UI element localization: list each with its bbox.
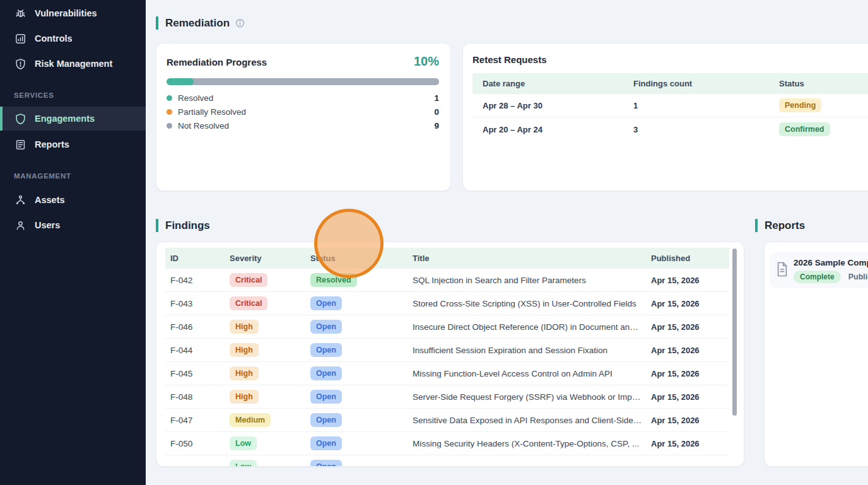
sidebar-item-engagements[interactable]: Engagements [0, 107, 146, 131]
published-cell: Apr 15, 2026 [651, 299, 700, 308]
status-badge: Open [310, 436, 342, 450]
network-icon [14, 194, 26, 206]
reports-card: 2026 Sample Compan Complete Public P [764, 242, 868, 467]
progress-fill [167, 78, 194, 85]
info-icon[interactable] [235, 18, 245, 28]
column-header-title: Title [413, 248, 430, 269]
table-row[interactable]: F-050 Low Open Missing Security Headers … [165, 432, 729, 455]
report-status-badge: Complete [794, 271, 841, 283]
sidebar-item-vulnerabilities[interactable]: Vulnerabilities [0, 1, 146, 26]
report-list-item[interactable]: 2026 Sample Compan Complete Public P [770, 252, 868, 288]
retest-table-header: Date range Findings count Status [472, 73, 868, 94]
remediation-progress-card: Remediation Progress 10% Resolved 1 Part… [156, 43, 451, 191]
severity-badge: Low [230, 436, 257, 450]
sidebar-item-users[interactable]: Users [0, 213, 146, 238]
legend-resolved: Resolved 1 [167, 91, 439, 105]
status-badge: Open [310, 390, 342, 404]
table-row[interactable]: F-045 High Open Missing Function-Level A… [165, 362, 729, 385]
severity-badge: Low [230, 460, 257, 467]
bar-chart-icon [14, 32, 26, 45]
file-icon [775, 261, 789, 278]
column-header-findings-count: Findings count [633, 73, 692, 94]
table-row[interactable]: F-046 High Open Insecure Direct Object R… [165, 315, 729, 339]
sidebar-section-services: SERVICES [14, 91, 54, 99]
bug-icon [14, 7, 26, 20]
status-badge: Open [310, 320, 342, 334]
published-cell: Apr 15, 2026 [651, 439, 700, 448]
user-icon [14, 219, 26, 231]
title-cell: Insecure Direct Object Reference (IDOR) … [413, 322, 643, 332]
published-cell: Apr 15, 2026 [651, 346, 700, 355]
id-cell: F-047 [170, 416, 192, 425]
sidebar-item-controls[interactable]: Controls [0, 26, 146, 51]
published-cell: Apr 15, 2026 [651, 276, 700, 285]
id-cell: F-048 [170, 392, 192, 402]
id-cell: F-042 [170, 276, 192, 285]
severity-badge: High [230, 343, 259, 357]
section-title: Reports [765, 219, 805, 232]
sidebar-item-risk-management[interactable]: Risk Management [0, 51, 146, 76]
retest-requests-card: Retest Requests Date range Findings coun… [462, 43, 868, 191]
sidebar-item-label: Vulnerabilities [35, 8, 97, 18]
sidebar-item-label: Reports [35, 139, 69, 149]
findings-table-header: ID Severity Status Title Published [165, 248, 729, 269]
reports-heading: Reports [755, 219, 805, 232]
shield-icon [14, 112, 26, 125]
id-cell: F-045 [170, 369, 192, 378]
table-row[interactable]: F-048 High Open Server-Side Request Forg… [165, 385, 729, 409]
sidebar-item-reports[interactable]: Reports [0, 132, 146, 157]
status-badge: Pending [779, 98, 821, 112]
click-highlight-circle [314, 209, 384, 278]
id-cell: F-043 [170, 299, 192, 308]
table-row[interactable]: F-047 Medium Open Sensitive Data Exposed… [165, 409, 729, 432]
status-badge: Open [310, 366, 342, 380]
heading-accent-bar [156, 219, 158, 232]
heading-accent-bar [156, 16, 158, 30]
card-title: Retest Requests [472, 54, 547, 65]
page-title: Remediation [165, 17, 230, 30]
published-cell: Apr 15, 2026 [651, 416, 700, 425]
sidebar-item-label: Engagements [35, 114, 95, 124]
column-header-published: Published [651, 248, 690, 269]
sidebar-item-label: Risk Management [35, 59, 112, 69]
legend-dot-resolved [167, 95, 172, 101]
id-cell: F-046 [170, 322, 192, 332]
shield-alert-icon [14, 57, 26, 70]
legend-partially-resolved: Partially Resolved 0 [167, 105, 439, 119]
id-cell: F-050 [170, 439, 192, 448]
sidebar-item-assets[interactable]: Assets [0, 187, 146, 213]
table-row[interactable]: Apr 20 – Apr 24 3 Confirmed [472, 117, 868, 140]
findings-card: ID Severity Status Title Published F-042… [156, 242, 744, 467]
vertical-scrollbar-thumb[interactable] [732, 248, 737, 416]
title-cell: Missing Function-Level Access Control on… [413, 369, 613, 378]
title-cell: Insufficient Session Expiration and Sess… [413, 346, 607, 355]
status-badge: Open [310, 343, 342, 357]
report-visibility-label: Public [848, 272, 868, 281]
date-range-cell: Apr 20 – Apr 24 [483, 125, 542, 134]
table-row[interactable]: Low Open [165, 455, 729, 467]
title-cell: Sensitive Data Exposed in API Responses … [413, 416, 643, 425]
severity-badge: Critical [230, 273, 267, 287]
remediation-heading: Remediation [156, 16, 245, 30]
findings-heading: Findings [156, 219, 210, 232]
severity-badge: Medium [230, 413, 271, 427]
progress-percent: 10% [414, 54, 439, 69]
column-header-date-range: Date range [483, 73, 525, 94]
table-row[interactable]: F-044 High Open Insufficient Session Exp… [165, 339, 729, 362]
column-header-status: Status [779, 73, 804, 94]
published-cell: Apr 15, 2026 [651, 392, 700, 402]
table-row[interactable]: Apr 28 – Apr 30 1 Pending [472, 94, 868, 117]
published-cell: Apr 15, 2026 [651, 322, 700, 332]
severity-badge: High [230, 390, 259, 404]
column-header-id: ID [170, 248, 179, 269]
findings-count-cell: 3 [633, 125, 638, 134]
status-badge: Open [310, 296, 342, 310]
title-cell: SQL Injection in Search and Filter Param… [413, 276, 586, 285]
table-row[interactable]: F-042 Critical Resolved SQL Injection in… [165, 269, 729, 292]
card-title: Remediation Progress [167, 57, 267, 67]
title-cell: Stored Cross-Site Scripting (XSS) in Use… [413, 299, 636, 308]
title-cell: Missing Security Headers (X-Content-Type… [413, 439, 639, 448]
status-badge: Open [310, 413, 342, 427]
section-title: Findings [165, 219, 210, 232]
table-row[interactable]: F-043 Critical Open Stored Cross-Site Sc… [165, 292, 729, 315]
